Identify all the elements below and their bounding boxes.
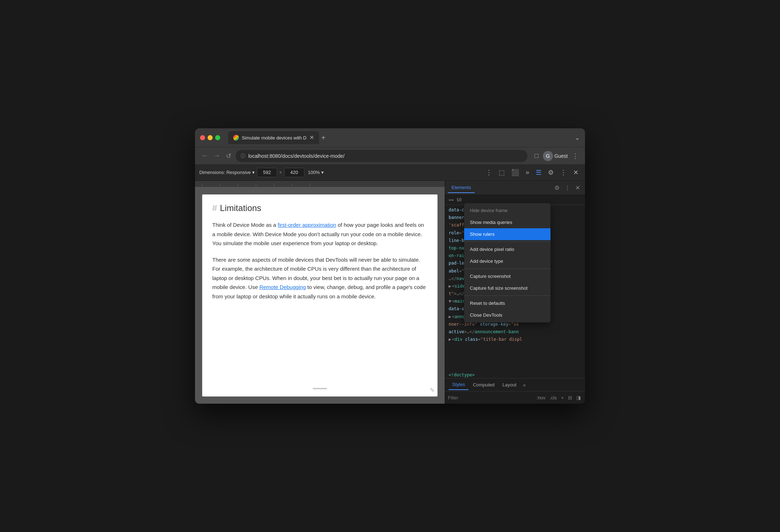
tab-favicon <box>233 135 239 141</box>
tab-bar: Simulate mobile devices with D ✕ + <box>228 131 571 144</box>
menu-divider-3 <box>464 295 550 296</box>
dollar-ref: == $0 <box>449 197 462 202</box>
maximize-traffic-light[interactable] <box>215 135 220 140</box>
title-bar: Simulate mobile devices with D ✕ + ⌄ <box>195 128 585 147</box>
add-style-button[interactable]: + <box>559 394 565 401</box>
filter-actions: :hov .cls + ⊟ ◨ <box>535 394 582 401</box>
width-input[interactable] <box>257 168 277 177</box>
close-traffic-light[interactable] <box>200 135 205 140</box>
viewport-section: Limitations Think of Device Mode as a fi… <box>195 181 445 404</box>
add-device-pixel-ratio-item[interactable]: Add device pixel ratio <box>464 243 550 255</box>
styles-tab[interactable]: Styles <box>449 380 468 390</box>
html-line-18: ▶<div class="title-bar displ <box>445 336 585 343</box>
screen-mode-icon[interactable]: ⬚ <box>496 167 507 178</box>
settings-icon[interactable]: ⚙ <box>546 167 556 178</box>
refresh-button[interactable]: ↺ <box>225 151 233 161</box>
edit-icon: ✎ <box>430 387 435 394</box>
menu-divider-1 <box>464 242 550 242</box>
back-button[interactable]: ← <box>200 151 209 161</box>
reset-to-defaults-item[interactable]: Reset to defaults <box>464 297 550 309</box>
close-devtools-button[interactable]: ✕ <box>571 167 581 178</box>
elements-panel-tab[interactable]: Elements <box>448 183 475 193</box>
first-order-link[interactable]: first-order approximation <box>278 222 336 228</box>
profile-icon: G <box>543 151 553 161</box>
filter-bar: :hov .cls + ⊟ ◨ <box>445 391 585 404</box>
lock-icon: ⓘ <box>241 153 245 159</box>
devtools-toolbar: Dimensions: Responsive ▾ × 100% ▾ ⋮ ⬚ ⬛ … <box>195 164 585 181</box>
height-input[interactable] <box>284 168 304 177</box>
close-devtools-item[interactable]: Close DevTools <box>464 309 550 321</box>
computed-view-icon[interactable]: ⊟ <box>567 394 573 401</box>
show-rulers-item[interactable]: Show rulers <box>464 228 550 240</box>
filter-input[interactable] <box>448 395 533 400</box>
paragraph-2: There are some aspects of mobile devices… <box>212 255 427 301</box>
more-panels-button[interactable]: » <box>523 167 531 178</box>
toggle-styles-icon[interactable]: ◨ <box>575 394 582 401</box>
dropdown-menu: Hide device frame Show media queries Sho… <box>464 203 550 322</box>
layout-tab[interactable]: Layout <box>499 380 520 390</box>
ruler-bar <box>195 181 445 187</box>
ruler-tick-1 <box>202 183 202 186</box>
traffic-lights <box>200 135 220 140</box>
ruler-tick-3 <box>238 183 238 186</box>
panel-close-button[interactable]: ✕ <box>573 183 582 193</box>
menu-divider-2 <box>464 269 550 269</box>
dimensions-label[interactable]: Dimensions: Responsive ▾ <box>199 170 255 175</box>
hov-button[interactable]: :hov <box>535 394 547 401</box>
tablet-mode-icon[interactable]: ⬛ <box>509 167 521 178</box>
capture-full-size-screenshot-item[interactable]: Capture full size screenshot <box>464 282 550 294</box>
nav-actions: □ G Guest ⋮ <box>533 151 580 161</box>
capture-screenshot-item[interactable]: Capture screenshot <box>464 270 550 282</box>
remote-debugging-link[interactable]: Remote Debugging <box>259 284 306 290</box>
minimize-traffic-light[interactable] <box>208 135 213 140</box>
panel-more-button[interactable]: ⋮ <box>562 183 572 193</box>
doctype-line: <!doctype> <box>445 372 585 378</box>
paragraph-1: Think of Device Mode as a first-order ap… <box>212 220 427 248</box>
nav-bar: ← → ↺ ⓘ localhost:8080/docs/devtools/dev… <box>195 147 585 164</box>
dimension-separator: × <box>279 170 282 175</box>
bottom-panel: Styles Computed Layout » :hov .cls + ⊟ ◨ <box>445 378 585 404</box>
browser-window: Simulate mobile devices with D ✕ + ⌄ ← →… <box>195 128 585 404</box>
hide-device-frame-item[interactable]: Hide device frame <box>464 205 550 216</box>
page-content: Limitations Think of Device Mode as a fi… <box>202 194 437 396</box>
panel-settings-icon[interactable]: ⚙ <box>552 183 562 193</box>
page-scrollbar <box>313 388 327 389</box>
show-media-queries-item[interactable]: Show media queries <box>464 216 550 228</box>
forward-button[interactable]: → <box>212 151 222 161</box>
zoom-control[interactable]: 100% ▾ <box>308 170 324 175</box>
devtools-toggle-icon[interactable]: □ <box>533 151 540 161</box>
profile-label: Guest <box>554 153 568 159</box>
address-text: localhost:8080/docs/devtools/device-mode… <box>248 153 522 159</box>
window-chevron: ⌄ <box>575 134 580 142</box>
main-area: Limitations Think of Device Mode as a fi… <box>195 181 585 404</box>
address-bar[interactable]: ⓘ localhost:8080/docs/devtools/device-mo… <box>236 150 527 162</box>
ruler-tick-2 <box>220 184 220 186</box>
active-tab[interactable]: Simulate mobile devices with D ✕ <box>228 131 319 144</box>
profile-area[interactable]: G Guest <box>543 151 568 161</box>
browser-menu-button[interactable]: ⋮ <box>571 151 580 161</box>
devtools-panel-header: Elements ⚙ ⋮ ✕ <box>445 181 585 195</box>
ruler-tick-7 <box>310 183 310 186</box>
computed-tab[interactable]: Computed <box>469 380 498 390</box>
html-line-17: active>…</announcement-bann <box>445 328 585 336</box>
ruler-tick-4 <box>256 184 256 186</box>
page-heading: Limitations <box>212 203 427 213</box>
tab-close-button[interactable]: ✕ <box>309 135 314 141</box>
dimensions-control: Dimensions: Responsive ▾ × 100% ▾ <box>199 168 324 177</box>
add-device-type-item[interactable]: Add device type <box>464 255 550 267</box>
devtools-more-button[interactable]: ⋮ <box>558 167 569 178</box>
cls-button[interactable]: .cls <box>548 394 558 401</box>
more-options-button[interactable]: ⋮ <box>484 167 494 178</box>
console-panel-icon[interactable]: ☰ <box>534 167 544 178</box>
ruler-tick-6 <box>292 184 292 186</box>
bottom-tabs: Styles Computed Layout » <box>445 379 585 391</box>
more-tabs-button[interactable]: » <box>521 381 528 389</box>
ruler-tick-5 <box>274 183 274 186</box>
tab-title: Simulate mobile devices with D <box>242 135 307 141</box>
new-tab-button[interactable]: + <box>321 134 326 142</box>
